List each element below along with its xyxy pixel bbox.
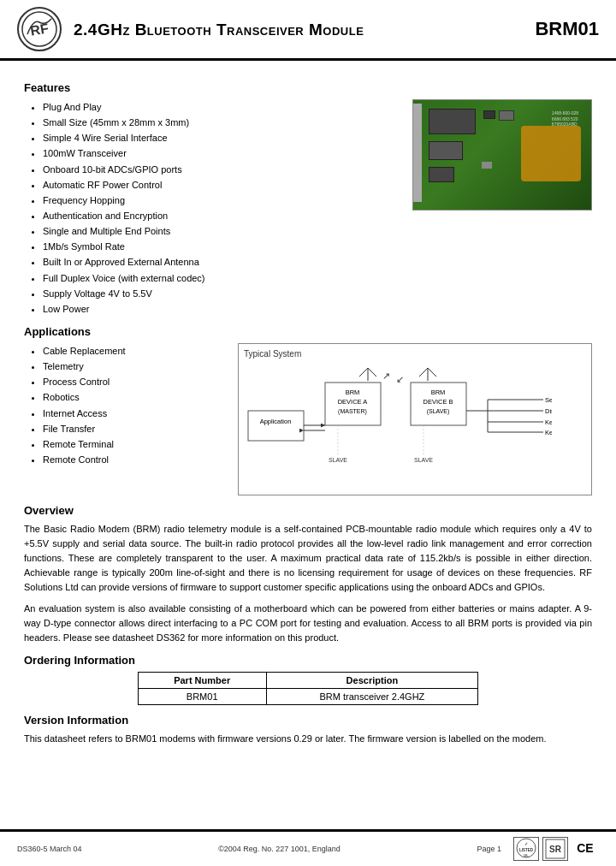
svg-line-4 <box>359 368 368 377</box>
list-item: Remote Control <box>43 452 229 467</box>
features-heading: Features <box>24 81 592 94</box>
list-item: Supply Voltage 4V to 5.5V <box>43 286 395 301</box>
main-content: Features Plug And Play Small Size (45mm … <box>0 61 616 758</box>
overview-section: The Basic Radio Modem (BRM) radio teleme… <box>24 522 592 645</box>
page-header: RF 2.4GHz Bluetooth Transceiver Module B… <box>0 0 616 61</box>
table-row: BRM01 BRM transceiver 2.4GHZ <box>138 689 477 705</box>
system-diagram: ↗ ↙ Application BRM DEVICE A (MASTER) BR… <box>244 364 552 488</box>
svg-text:DEVICE B: DEVICE B <box>423 398 453 406</box>
description-cell: BRM transceiver 2.4GHZ <box>266 689 478 705</box>
svg-text:BRM: BRM <box>346 389 360 396</box>
diagram-title: Typical System <box>244 349 586 359</box>
list-item: Cable Replacement <box>43 343 229 359</box>
certification-icons: ✓ LISTED UL SR CE <box>513 837 599 861</box>
features-list: Plug And Play Small Size (45mm x 28mm x … <box>24 99 395 317</box>
svg-text:Application: Application <box>260 418 292 425</box>
svg-text:(MASTER): (MASTER) <box>338 408 367 415</box>
list-item: File Transfer <box>43 421 229 436</box>
list-item: Onboard 10-bit ADCs/GPIO ports <box>43 162 395 177</box>
svg-rect-10 <box>248 411 304 441</box>
footer-page: Page 1 <box>477 845 501 853</box>
company-logo: RF <box>17 7 62 51</box>
product-title: 2.4GHz Bluetooth Transceiver Module <box>74 20 535 39</box>
version-heading: Version Information <box>24 714 592 727</box>
svg-line-7 <box>419 368 428 377</box>
overview-paragraph-1: The Basic Radio Modem (BRM) radio teleme… <box>24 522 592 595</box>
model-number: BRM01 <box>535 18 599 40</box>
list-item: Remote Terminal <box>43 436 229 452</box>
applications-heading: Applications <box>24 325 592 338</box>
svg-text:UL: UL <box>524 853 529 857</box>
ordering-table: Part Number Description BRM01 BRM transc… <box>138 672 478 705</box>
overview-heading: Overview <box>24 504 592 517</box>
product-image: 1468-600-0286666 883 5208795020ABD <box>412 99 592 211</box>
list-item: Automatic RF Power Control <box>43 177 395 193</box>
title-text: 2.4GHz Bluetooth Transceiver Module <box>74 21 364 39</box>
svg-text:↗: ↗ <box>382 371 390 381</box>
svg-text:RF: RF <box>29 21 50 38</box>
overview-paragraph-2: An evaluation system is also available c… <box>24 602 592 645</box>
footer-copyright: ©2004 Reg. No. 227 1001, England <box>218 845 341 853</box>
svg-text:SR: SR <box>549 845 562 854</box>
col-description: Description <box>266 673 478 689</box>
svg-text:↙: ↙ <box>396 374 404 384</box>
svg-text:SLAVE: SLAVE <box>329 457 347 463</box>
list-item: Small Size (45mm x 28mm x 3mm) <box>43 115 395 130</box>
col-part-number: Part Number <box>138 673 266 689</box>
ce-text: CE <box>577 842 593 855</box>
features-list-col: Plug And Play Small Size (45mm x 28mm x … <box>24 99 395 317</box>
svg-text:SLAVE: SLAVE <box>414 457 433 463</box>
list-item: Internet Access <box>43 406 229 421</box>
applications-list-col: Cable Replacement Telemetry Process Cont… <box>24 343 229 467</box>
list-item: Single and Multiple End Points <box>43 223 395 239</box>
ordering-heading: Ordering Information <box>24 654 592 667</box>
list-item: Full Duplex Voice (with external codec) <box>43 270 395 286</box>
list-item: 100mW Transceiver <box>43 145 395 161</box>
svg-text:BRM: BRM <box>431 389 446 396</box>
svg-line-6 <box>428 368 436 377</box>
svg-text:Keyout: Keyout <box>545 418 552 426</box>
applications-list: Cable Replacement Telemetry Process Cont… <box>24 343 229 467</box>
svg-text:Display: Display <box>545 407 552 415</box>
system-diagram-box: Typical System ↗ ↙ Application <box>238 343 592 495</box>
svg-text:Keypad: Keypad <box>545 429 552 436</box>
ce-mark: CE <box>572 837 599 861</box>
footer-doc-id: DS360-5 March 04 <box>17 845 82 853</box>
version-section: Version Information This datasheet refer… <box>24 714 592 746</box>
svg-text:✓: ✓ <box>524 841 528 846</box>
list-item: 1Mb/s Symbol Rate <box>43 239 395 254</box>
list-item: Frequency Hopping <box>43 193 395 208</box>
list-item: Simple 4 Wire Serial Interface <box>43 130 395 145</box>
ordering-section: Ordering Information Part Number Descrip… <box>24 654 592 705</box>
svg-text:Sensor: Sensor <box>545 396 552 404</box>
list-item: Built In or Approved External Antenna <box>43 254 395 270</box>
list-item: Authentication and Encryption <box>43 208 395 223</box>
cert-icon-1: ✓ LISTED UL <box>513 837 539 861</box>
svg-text:DEVICE A: DEVICE A <box>338 398 368 406</box>
cert-icon-2: SR <box>542 837 568 861</box>
version-text: This datasheet refers to BRM01 modems wi… <box>24 732 592 746</box>
page-footer: DS360-5 March 04 ©2004 Reg. No. 227 1001… <box>0 829 616 866</box>
applications-section: Cable Replacement Telemetry Process Cont… <box>24 343 592 495</box>
features-section: Plug And Play Small Size (45mm x 28mm x … <box>24 99 592 317</box>
svg-text:LISTED: LISTED <box>519 848 534 852</box>
list-item: Process Control <box>43 374 229 389</box>
list-item: Telemetry <box>43 359 229 374</box>
list-item: Plug And Play <box>43 99 395 115</box>
svg-text:(SLAVE): (SLAVE) <box>427 408 450 415</box>
list-item: Robotics <box>43 389 229 405</box>
svg-line-3 <box>368 368 376 377</box>
list-item: Low Power <box>43 301 395 317</box>
part-number-cell: BRM01 <box>138 689 266 705</box>
